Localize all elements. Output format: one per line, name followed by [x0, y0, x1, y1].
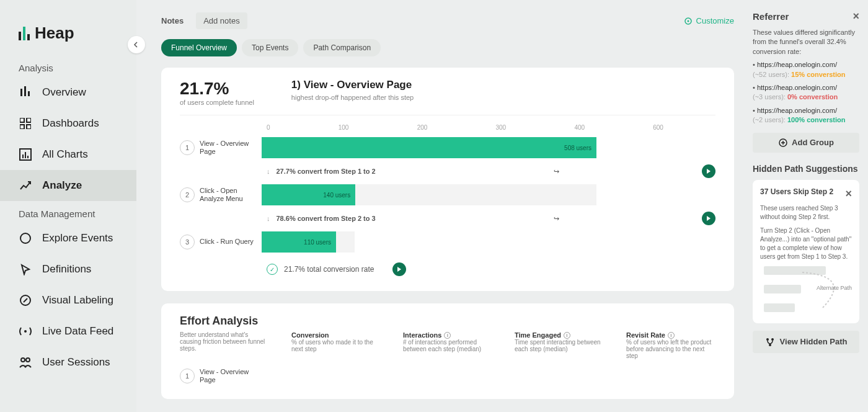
close-icon[interactable]: ×	[845, 187, 852, 200]
funnel-bar[interactable]: 140 users	[262, 184, 596, 205]
sidebar-item-analyze[interactable]: Analyze	[0, 170, 136, 201]
step-number: 1	[180, 140, 195, 155]
funnel-bar-fill: 508 users	[262, 137, 596, 158]
customize-label: Customize	[696, 16, 734, 25]
funnel-bar[interactable]: 110 users	[262, 231, 355, 253]
sidebar-item-visual-labeling[interactable]: Visual Labeling	[0, 285, 136, 316]
sidebar-item-explore-events[interactable]: Explore Events	[0, 223, 136, 254]
arrow-right-icon: ↪	[554, 215, 559, 223]
sidebar-item-dashboards[interactable]: Dashboards	[0, 108, 136, 139]
users-icon	[19, 356, 32, 369]
info-icon[interactable]: i	[564, 332, 570, 339]
step-number: 2	[180, 187, 195, 202]
funnel-axis: 0 100 200 300 400 600	[267, 124, 663, 131]
effort-card: Effort Analysis Better understand what's…	[161, 303, 734, 399]
svg-point-17	[687, 20, 689, 22]
axis-tick: 400	[574, 124, 585, 131]
referrer-item: • https://heap.onelogin.com/(~3 users): …	[753, 83, 859, 102]
svg-rect-3	[20, 118, 24, 122]
alternate-path-label: Alternate Path	[817, 285, 852, 291]
broadcast-icon	[19, 325, 32, 338]
sidebar-section-data-management: Data Management	[0, 201, 136, 223]
svg-point-19	[766, 338, 769, 341]
svg-rect-5	[20, 125, 24, 129]
svg-rect-8	[22, 154, 24, 158]
referrer-item: • https://heap.onelogin.com/(~52 users):…	[753, 60, 859, 79]
branch-icon	[765, 337, 775, 347]
referrer-url: https://heap.onelogin.com/	[757, 61, 837, 68]
hidden-card-header: 37 Users Skip Step 2 ×	[760, 187, 852, 200]
nav-label: User Sessions	[42, 356, 110, 369]
col-desc: # of interactions performed between each…	[403, 339, 490, 352]
bar-label: 110 users	[304, 239, 331, 246]
info-icon[interactable]: i	[444, 332, 451, 339]
hidden-path-card: 37 Users Skip Step 2 × These users reach…	[753, 180, 859, 323]
funnel-bar[interactable]: 508 users	[262, 137, 596, 158]
play-button[interactable]	[392, 262, 406, 276]
logo-mark-icon	[19, 27, 30, 40]
conversion-row: ↓ 78.6% convert from Step 2 to 3 ↪	[267, 212, 715, 225]
bar-label: 508 users	[564, 145, 591, 151]
main: Notes Add notes Customize Funnel Overvie…	[136, 0, 868, 412]
completion-sub: of users complete funnel	[180, 99, 254, 106]
axis-tick: 600	[653, 124, 663, 131]
tab-path-comparison[interactable]: Path Comparison	[303, 39, 381, 56]
sidebar: Heap Analysis Overview Dashboards All Ch…	[0, 0, 136, 412]
svg-point-15	[26, 358, 30, 362]
info-icon[interactable]: i	[668, 332, 675, 339]
completion-block: 21.7% of users complete funnel	[180, 79, 254, 106]
play-button[interactable]	[702, 164, 715, 178]
referrer-item: • https://heap.onelogin.com/(~2 users): …	[753, 106, 859, 125]
grid-icon	[19, 117, 32, 130]
svg-point-14	[21, 358, 25, 362]
trend-icon	[19, 179, 32, 192]
axis-tick: 300	[496, 124, 507, 131]
sidebar-item-overview[interactable]: Overview	[0, 77, 136, 108]
effort-col-revisit: Revisit Ratei % of users who left the pr…	[626, 331, 713, 359]
step-number: 3	[180, 235, 195, 249]
effort-columns: Better understand what's causing frictio…	[180, 331, 715, 359]
sidebar-item-all-charts[interactable]: All Charts	[0, 139, 136, 170]
nav-label: Live Data Feed	[42, 325, 113, 338]
step-number: 1	[180, 369, 195, 383]
completion-pct: 21.7%	[180, 79, 254, 99]
referrer-conv: 15% converstion	[791, 71, 845, 78]
svg-rect-2	[28, 91, 30, 96]
view-hidden-path-button[interactable]: View Hidden Path	[753, 331, 859, 353]
add-group-button[interactable]: Add Group	[753, 133, 859, 153]
col-head: Time Engaged	[515, 331, 561, 339]
referrer-intro: These values differed significantly from…	[753, 28, 859, 56]
funnel-step-row: 1 View - Overview Page 508 users	[180, 137, 715, 158]
close-icon[interactable]: ×	[852, 10, 859, 23]
funnel-bar-fill: 140 users	[262, 184, 355, 205]
effort-col-interactions: Interactionsi # of interactions performe…	[403, 331, 490, 359]
add-notes-button[interactable]: Add notes	[196, 12, 247, 29]
add-group-label: Add Group	[792, 138, 834, 147]
sidebar-item-live-data-feed[interactable]: Live Data Feed	[0, 316, 136, 347]
col-head: Revisit Rate	[626, 331, 665, 339]
bars-icon	[19, 86, 32, 99]
notes-tab[interactable]: Notes	[161, 16, 184, 25]
sidebar-item-definitions[interactable]: Definitions	[0, 254, 136, 285]
col-head: Interactions	[403, 331, 441, 339]
customize-button[interactable]: Customize	[684, 16, 734, 25]
referrer-conv: 0% converstion	[787, 93, 838, 101]
sidebar-item-user-sessions[interactable]: User Sessions	[0, 347, 136, 378]
logo: Heap	[0, 12, 136, 55]
view-tabs: Funnel Overview Top Events Path Comparis…	[161, 39, 734, 56]
play-button[interactable]	[702, 212, 715, 225]
effort-col-conversion: Conversion % of users who made it to the…	[291, 331, 378, 359]
svg-rect-1	[24, 86, 26, 96]
nav-label: Overview	[42, 86, 86, 99]
tab-top-events[interactable]: Top Events	[242, 39, 298, 56]
referrer-title: Referrer	[753, 11, 789, 22]
svg-rect-6	[27, 125, 31, 129]
tab-funnel-overview[interactable]: Funnel Overview	[161, 39, 237, 56]
arrow-down-icon: ↓	[267, 168, 270, 175]
funnel-card: 21.7% of users complete funnel 1) View -…	[161, 68, 734, 291]
collapse-sidebar-button[interactable]	[128, 36, 145, 53]
bar-label: 140 users	[323, 192, 350, 199]
axis-tick: 100	[339, 124, 349, 131]
alternate-path-diagram: Alternate Path	[760, 266, 852, 316]
plus-circle-icon	[778, 138, 788, 148]
